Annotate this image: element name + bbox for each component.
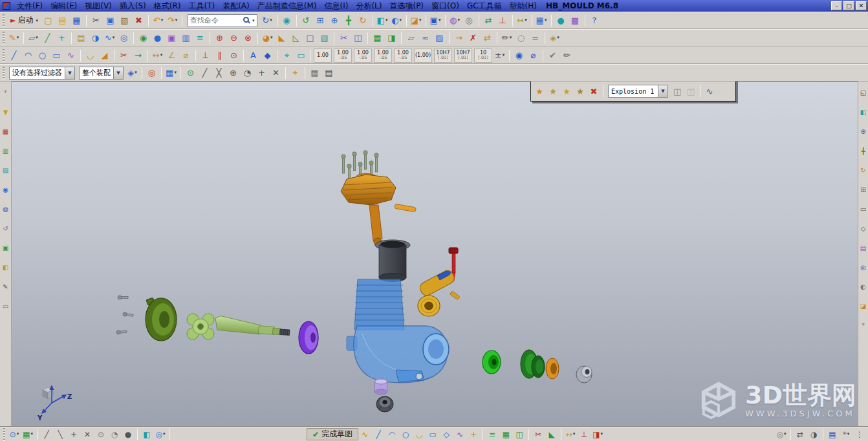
arc-sketch-icon[interactable]: ◠ [385,429,398,440]
arc-center-snap-icon[interactable]: ⊙ [94,429,107,440]
web-browser-icon[interactable]: ◍ [1,204,10,214]
measure-distance-icon[interactable]: ↔▾ [515,14,529,27]
grid-snap-icon[interactable]: ▦▾ [21,429,34,440]
search-input[interactable] [190,16,242,25]
quick-trim-icon[interactable]: ✂ [117,49,131,62]
move-component-icon[interactable]: ⇄ [482,14,495,27]
menu-item[interactable]: GC工具箱 [463,0,506,12]
process-studio-icon[interactable]: ▣ [1,243,10,253]
make-corner-icon[interactable]: ◣ [545,429,558,440]
make-symmetric-icon[interactable]: ◨▾ [591,429,604,440]
carburetor[interactable] [418,248,460,316]
open-icon[interactable]: ▤ [56,14,69,27]
edit-explosion-icon[interactable]: ★ [547,85,559,98]
crankshaft[interactable] [215,316,290,336]
menu-item[interactable]: 首选项(P) [385,0,428,12]
touch-mode-icon[interactable]: ◉ [280,14,294,27]
thicken-icon[interactable]: ▧ [318,32,331,45]
pan-icon[interactable]: ╋ [342,14,356,27]
chamfer-curve-icon[interactable]: ◢ [98,49,111,62]
locknut[interactable] [376,396,393,412]
point-sketch-icon[interactable]: + [467,429,480,440]
extrude-icon[interactable]: ▤ [74,32,88,45]
show-component-icon[interactable]: ◫ [684,85,697,98]
refresh-icon[interactable]: ↺ [299,14,313,27]
maximize-button[interactable]: □ [843,1,854,10]
snap-enable-icon[interactable]: ⊙ [184,67,197,80]
move-face-icon[interactable]: → [452,32,466,45]
auto-explode-icon[interactable]: ★ [560,85,573,98]
snap-point-icon[interactable]: + [255,67,268,80]
search-icon[interactable] [243,17,249,23]
history-palette-icon[interactable]: ↺ [1,224,10,233]
resource-bar-icon[interactable]: ◱ [858,88,868,98]
revolve-icon[interactable]: ◑ [89,32,102,45]
endpoint-snap-icon[interactable]: ╱ [40,429,53,440]
coincident-constraint-icon[interactable]: ⊙ [227,49,241,62]
display-constraints-icon[interactable]: ◎▾ [775,429,788,440]
tolerance-preset[interactable]: 10[.01] [474,48,492,63]
snap-intersection-icon[interactable]: ✕ [269,67,283,80]
menu-item[interactable]: 文件(F) [13,0,47,12]
expressions-icon[interactable]: = [528,32,542,45]
menu-item[interactable]: 帮助(H) [506,0,541,12]
menu-item[interactable]: 产品制造信息(M) [254,0,321,12]
notes-palette-icon[interactable]: ✎ [1,282,10,292]
selection-scope-combo[interactable]: 整个装配 ▼ [79,67,124,80]
toolbar-grip[interactable] [3,14,5,27]
search-dropdown-icon[interactable]: ▾ [252,18,255,23]
menu-item[interactable]: 窗口(O) [428,0,463,12]
draft-icon[interactable]: ◺ [289,32,303,45]
snap-midpoint-icon[interactable]: ╳ [212,67,226,80]
sketch-settings-icon[interactable]: *▾ [840,429,852,440]
render-settings-icon[interactable]: ◐ [858,282,868,292]
profile-icon[interactable]: ∿ [358,429,371,440]
part-navigator-icon[interactable]: ▥ [1,146,10,156]
prop-nut[interactable] [576,366,592,383]
window-mode-icon[interactable]: ▣▾ [429,14,442,27]
show-hide-icon[interactable]: ◍▾ [448,14,462,27]
flywheel-collet[interactable] [299,321,318,354]
edit-feature-icon[interactable]: ✏▾ [500,32,514,45]
save-icon[interactable]: ▦ [70,14,83,27]
arc-icon[interactable]: ◠ [21,49,35,62]
connecting-rod[interactable] [369,205,382,246]
boss-icon[interactable]: ● [151,32,164,45]
toolbar-grip[interactable] [3,67,5,80]
tolerance-preset[interactable]: 1.00-.05 [354,48,372,63]
spline-icon[interactable]: ∿ [64,49,78,62]
constraint-navigator-icon[interactable]: ▦ [1,127,10,136]
visual-effects-icon[interactable]: ▩ [569,14,582,27]
ruled-surface-icon[interactable]: ▨ [433,32,446,45]
menu-item[interactable]: 格式(R) [150,0,185,12]
navigation-cube-icon[interactable]: ◧ [858,107,868,117]
exploded-engine-model[interactable]: Z Y [0,81,868,427]
touch-toolbar-icon[interactable]: ▭ [1,301,10,311]
wcs-dynamics-icon[interactable]: ⌖ [288,67,302,80]
settings-tool-icon[interactable]: * [858,321,868,330]
menu-item[interactable]: 工具(T) [184,0,219,12]
material-editor-icon[interactable]: ● [554,14,568,27]
snap-quadrant-icon[interactable]: ◔ [241,67,254,80]
clip-section-icon[interactable]: ◪ [858,301,868,311]
through-curves-icon[interactable]: ≈ [418,32,432,45]
tolerance-preset[interactable]: 10H7[.01] [434,48,452,63]
feature-control-frame-icon[interactable]: ▭ [294,49,308,62]
prop-washer[interactable] [546,358,559,379]
display-toggle-icon[interactable]: ◎ [858,263,868,272]
offset-curve-icon[interactable]: ≡ [486,429,499,440]
render-style-icon[interactable]: ◐▾ [390,14,404,27]
assembly-navigator-icon[interactable]: ▼ [1,107,10,117]
spinner-cone[interactable] [483,350,501,374]
delete-explosion-icon[interactable]: ✖ [587,85,600,98]
combo-arrow-icon[interactable]: ▼ [65,67,74,79]
parallel-constraint-icon[interactable]: ∥ [213,49,226,62]
menu-item[interactable]: 插入(S) [116,0,150,12]
thread-callout-icon[interactable]: ⌀ [526,49,540,62]
alternate-solution-icon[interactable]: ◑ [807,429,820,440]
menu-item[interactable]: 视图(V) [81,0,116,12]
direct-sketch-icon[interactable]: ✎▾ [7,32,21,45]
pocket-icon[interactable]: ▣ [165,32,179,45]
convert-to-reference-icon[interactable]: ⇄ [794,429,807,440]
grid-toggle-icon[interactable]: ▦ [308,67,321,80]
